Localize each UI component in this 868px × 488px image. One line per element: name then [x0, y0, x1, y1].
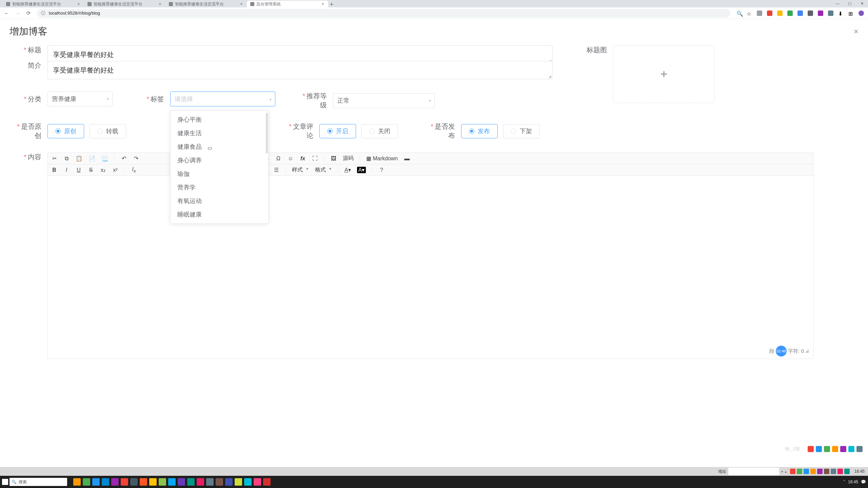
ime-tool-icon[interactable] — [817, 469, 823, 474]
float-tool-icon[interactable] — [808, 446, 814, 452]
comment-radio-off[interactable]: 关闭 — [361, 124, 398, 138]
superscript-icon[interactable]: x² — [112, 167, 118, 173]
extension-icon[interactable] — [757, 11, 762, 16]
tag-option[interactable]: 身心调养 — [171, 154, 268, 167]
align-justify-icon[interactable]: ☰ — [273, 167, 279, 173]
tag-option[interactable]: 身心平衡 — [171, 113, 268, 126]
tray-chevron-icon[interactable]: ˄ — [843, 480, 845, 484]
browser-tab-0[interactable]: 智能推荐健康生活交流平台× — [3, 1, 84, 7]
image-icon[interactable]: 🖼 — [331, 156, 337, 162]
recorder-badge[interactable]: 01:48 — [776, 346, 787, 357]
new-tab-button[interactable]: + — [328, 1, 335, 7]
ime-tool-icon[interactable] — [797, 469, 802, 474]
ime-tool-icon[interactable] — [844, 469, 850, 474]
extension-icon[interactable] — [787, 11, 793, 16]
ime-tool-icon[interactable] — [831, 469, 836, 474]
ime-tool-icon[interactable] — [810, 469, 816, 474]
redo-icon[interactable]: ↷ — [133, 155, 139, 162]
comment-radio-on[interactable]: 开启 — [319, 124, 356, 138]
copy-icon[interactable]: ⧉ — [63, 156, 70, 162]
style-select[interactable]: 样式 — [292, 166, 309, 174]
float-tool-icon[interactable] — [816, 446, 822, 452]
extension-icon[interactable] — [818, 11, 823, 16]
ime-tool-icon[interactable] — [837, 469, 843, 474]
zoom-icon[interactable]: 🔍 — [736, 11, 742, 16]
intro-input[interactable] — [47, 61, 553, 79]
taskbar-app-icon[interactable] — [168, 478, 176, 486]
float-tool-icon[interactable] — [824, 446, 830, 452]
taskbar-app-icon[interactable] — [178, 478, 185, 486]
publish-radio-yes[interactable]: 发布 — [461, 124, 498, 138]
close-icon[interactable]: × — [77, 2, 81, 6]
bold-icon[interactable]: B — [51, 167, 57, 173]
download-icon[interactable]: ⬇ — [838, 11, 844, 16]
tray-notifications-icon[interactable]: 💬 — [861, 480, 866, 484]
tag-option[interactable]: 健康食品 — [171, 140, 268, 154]
blockview-icon[interactable]: ▬ — [404, 156, 410, 162]
resize-handle-icon[interactable] — [805, 349, 809, 353]
taskbar-app-icon[interactable] — [121, 478, 128, 486]
paste-word-icon[interactable]: 📃 — [101, 155, 108, 162]
taskbar-app-icon[interactable] — [111, 478, 119, 486]
site-info-icon[interactable]: ⓘ — [41, 10, 45, 16]
format-select[interactable]: 格式 — [315, 166, 332, 174]
tag-option[interactable]: 健康生活 — [171, 126, 268, 140]
tag-option[interactable]: 有氧运动 — [171, 194, 268, 208]
taskbar-app-icon[interactable] — [130, 478, 138, 486]
tag-option[interactable]: 瑜伽 — [171, 167, 268, 181]
taskbar-search[interactable]: 🔍 搜索 — [9, 478, 67, 486]
bookmark-star-icon[interactable]: ☆ — [747, 11, 752, 16]
taskbar-app-icon[interactable] — [149, 478, 157, 486]
extension-icon[interactable] — [808, 11, 813, 16]
install-icon[interactable]: ⊞ — [848, 11, 854, 16]
extension-icon[interactable] — [767, 11, 772, 16]
taskbar-app-icon[interactable] — [225, 478, 233, 486]
chevron-down-icon[interactable]: ▾ — [781, 470, 783, 473]
ime-tool-icon[interactable] — [804, 469, 809, 474]
editor-body[interactable]: 段 01:48 字符: 0 — [47, 176, 814, 359]
ime-input-box[interactable] — [728, 468, 779, 475]
close-icon[interactable]: × — [321, 2, 325, 6]
undo-icon[interactable]: ↶ — [121, 155, 127, 162]
extension-icon[interactable] — [777, 11, 783, 16]
ime-tool-icon[interactable] — [790, 469, 795, 474]
tag-option[interactable]: 营养学 — [171, 181, 268, 194]
publish-radio-no[interactable]: 下架 — [503, 124, 540, 138]
paste-text-icon[interactable]: 📄 — [88, 155, 95, 162]
browser-tab-3[interactable]: 后台管理系统× — [247, 1, 328, 7]
textcolor-icon[interactable]: A▾ — [344, 167, 351, 173]
function-icon[interactable]: fx — [300, 156, 306, 162]
emoji-icon[interactable]: ☺ — [288, 156, 294, 162]
dialog-close-button[interactable]: × — [854, 27, 859, 36]
original-radio-yes[interactable]: 原创 — [47, 124, 84, 138]
taskbar-app-icon[interactable] — [83, 478, 90, 486]
tag-select[interactable]: 请选择 ▴ — [170, 92, 275, 106]
nav-reload-button[interactable]: ⟳ — [26, 10, 31, 16]
taskbar-app-icon[interactable] — [92, 478, 100, 486]
dropdown-scrollbar[interactable] — [266, 113, 268, 154]
taskbar-app-icon[interactable] — [197, 478, 204, 486]
profile-avatar[interactable] — [859, 11, 864, 16]
address-bar[interactable]: ⓘ localhost:9528/#/blog/blog — [37, 9, 730, 18]
close-icon[interactable]: × — [239, 2, 243, 6]
float-tool-icon[interactable] — [856, 446, 863, 452]
taskbar-app-icon[interactable] — [159, 478, 166, 486]
extension-icon[interactable] — [828, 11, 833, 16]
window-close-button[interactable]: ✕ — [856, 0, 868, 7]
category-select[interactable]: 营养健康 ▾ — [47, 92, 113, 106]
bgcolor-icon[interactable]: A▾ — [357, 167, 366, 173]
window-minimize-button[interactable]: — — [831, 0, 844, 7]
taskbar-app-icon[interactable] — [235, 478, 242, 486]
underline-icon[interactable]: U — [76, 167, 82, 173]
float-tool-icon[interactable] — [832, 446, 838, 452]
tag-option[interactable]: 睡眠健康 — [171, 208, 268, 221]
taskbar-app-icon[interactable] — [140, 478, 147, 486]
source-button[interactable]: 源码 — [343, 155, 354, 162]
close-icon[interactable]: × — [158, 2, 162, 6]
original-radio-no[interactable]: 转载 — [90, 124, 126, 138]
specialchar-icon[interactable]: Ω — [275, 156, 281, 162]
italic-icon[interactable]: I — [63, 167, 70, 173]
browser-tab-2[interactable]: 智能推荐健康生活交流平台× — [165, 1, 247, 7]
paste-icon[interactable]: 📋 — [76, 155, 82, 162]
strike-icon[interactable]: S — [88, 167, 94, 173]
